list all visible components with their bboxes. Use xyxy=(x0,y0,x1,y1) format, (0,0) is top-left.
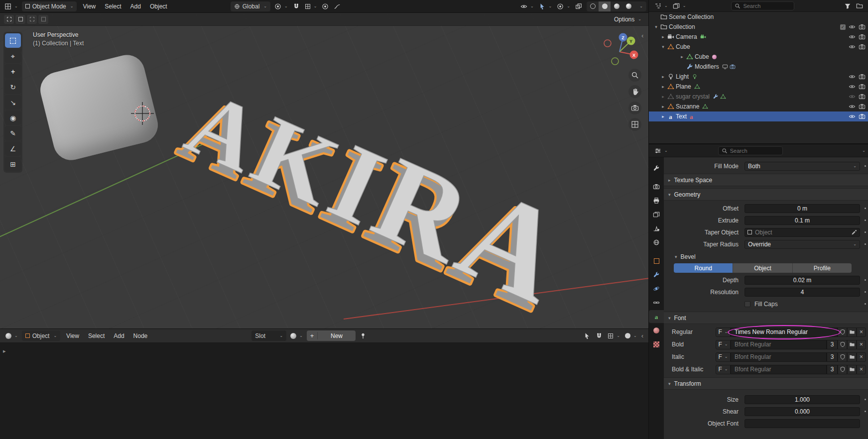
tab-material[interactable] xyxy=(649,324,664,337)
node-overlays-dropdown[interactable]: ⌄ xyxy=(622,330,639,341)
open-font-folder-button[interactable] xyxy=(847,352,857,362)
expander-right-icon[interactable]: ▸ xyxy=(660,84,666,89)
hide-eye-icon[interactable] xyxy=(849,103,856,110)
tab-object[interactable] xyxy=(649,254,664,267)
font-type-dropdown[interactable]: F⌄ xyxy=(716,365,731,374)
outliner-item-label[interactable]: Light xyxy=(676,73,689,80)
add-cube-tool-button[interactable]: ⊞ xyxy=(5,157,21,171)
snap-settings-dropdown[interactable]: ⌄ xyxy=(302,1,320,12)
fill-mode-dropdown[interactable]: Both ⌄ xyxy=(744,162,860,171)
orthographic-toggle-button[interactable] xyxy=(628,118,641,131)
tab-object-data-active[interactable]: a xyxy=(649,310,664,323)
show-gizmo-dropdown[interactable]: ⌄ xyxy=(536,1,555,12)
disable-render-icon[interactable] xyxy=(859,33,866,40)
hide-eye-icon[interactable] xyxy=(849,43,856,50)
object-visibility-dropdown[interactable]: ⌄ xyxy=(518,1,536,12)
taper-radius-dropdown[interactable]: Override ⌄ xyxy=(744,240,860,249)
fake-user-shield-button[interactable] xyxy=(838,365,847,374)
fake-user-shield-button[interactable] xyxy=(838,352,847,362)
node-snap-dropdown[interactable]: ⌄ xyxy=(605,330,622,341)
disable-render-icon[interactable] xyxy=(859,23,866,30)
outliner-item-label[interactable]: Plane xyxy=(676,83,691,90)
tab-output[interactable] xyxy=(649,194,664,207)
menu-view[interactable]: View xyxy=(78,0,100,13)
outliner-row-plane[interactable]: ▸ Plane xyxy=(649,82,868,92)
zoom-button[interactable] xyxy=(628,69,641,82)
expander-right-icon[interactable]: ▸ xyxy=(679,54,685,59)
tab-view-layer[interactable] xyxy=(649,208,664,221)
axis-neg-x-ball[interactable] xyxy=(604,40,611,47)
new-material-button[interactable]: + New xyxy=(307,330,356,341)
editor-type-3d-viewport-button[interactable]: ⌄ xyxy=(2,1,20,12)
unlink-font-button[interactable]: × xyxy=(857,365,866,374)
taper-object-field[interactable]: Object xyxy=(744,228,860,237)
outliner-row-scene-collection[interactable]: Scene Collection xyxy=(649,12,868,22)
decorator-dot[interactable] xyxy=(865,303,866,305)
shader-canvas[interactable]: ▸ xyxy=(0,343,648,439)
bevel-profile-button[interactable]: Profile xyxy=(793,263,852,273)
font-type-dropdown[interactable]: F⌄ xyxy=(716,340,731,349)
shading-material-button[interactable] xyxy=(611,1,622,11)
unlink-font-button[interactable]: × xyxy=(857,328,866,337)
options-dropdown[interactable]: Options ⌄ xyxy=(611,15,644,24)
modifier-viewport-toggle-icon[interactable] xyxy=(722,64,728,70)
proportional-falloff-dropdown[interactable] xyxy=(331,1,343,12)
extrude-field[interactable]: 0.1 m xyxy=(744,216,860,225)
outliner-item-label[interactable]: Camera xyxy=(676,33,697,40)
unlink-font-button[interactable]: × xyxy=(857,340,866,349)
editor-collapse-chevron-icon[interactable]: ‹ xyxy=(639,332,645,339)
decorator-dot[interactable] xyxy=(865,165,866,167)
proportional-editing-toggle[interactable] xyxy=(319,1,331,12)
outliner-row-cube[interactable]: ▾ Cube xyxy=(649,42,868,52)
decorator-dot[interactable] xyxy=(865,243,866,245)
outliner-item-label[interactable]: Suzanne xyxy=(676,103,699,110)
font-users-count[interactable]: 3 xyxy=(827,340,838,349)
cursor-tool-button[interactable]: ⌖ xyxy=(5,49,21,63)
depth-field[interactable]: 0.02 m xyxy=(744,276,860,285)
bevel-subsection-header[interactable]: ▾ Bevel xyxy=(664,251,868,262)
move-tool-button[interactable]: + xyxy=(5,64,21,79)
select-mode-invert-button[interactable] xyxy=(38,15,48,24)
outliner-filter-button[interactable] xyxy=(842,0,854,11)
tab-physics[interactable] xyxy=(649,282,664,295)
tab-constraints[interactable] xyxy=(649,296,664,309)
size-field[interactable]: 1.000 xyxy=(744,395,860,404)
disable-render-icon[interactable] xyxy=(859,113,866,120)
select-mode-set-button[interactable] xyxy=(4,15,14,24)
sidebar-collapse-chevron-icon[interactable]: ‹ xyxy=(641,32,643,39)
outliner-row-sugar-crystal[interactable]: ▸ sugar crystal xyxy=(649,92,868,102)
new-collection-button[interactable] xyxy=(854,0,866,11)
texture-space-section-header[interactable]: ▸ Texture Space xyxy=(664,174,868,186)
show-overlays-dropdown[interactable]: ⌄ xyxy=(554,1,573,12)
hide-eye-icon[interactable] xyxy=(849,113,856,120)
shading-options-dropdown[interactable]: ⌄ xyxy=(634,1,646,11)
shading-rendered-button[interactable] xyxy=(622,1,634,11)
menu-add[interactable]: Add xyxy=(126,0,145,13)
decorator-dot[interactable] xyxy=(865,399,866,400)
shader-menu-select[interactable]: Select xyxy=(84,329,109,342)
viewport-3d[interactable]: AKIRA AKIRA Options ⌄ User Perspective xyxy=(0,13,648,329)
open-font-folder-button[interactable] xyxy=(847,340,857,349)
measure-tool-button[interactable]: ∠ xyxy=(5,141,21,156)
transform-section-header[interactable]: ▾ Transform xyxy=(664,377,868,390)
expander-right-icon[interactable]: ▸ xyxy=(660,74,666,79)
outliner-row-light[interactable]: ▸ Light xyxy=(649,72,868,82)
snap-toggle-button[interactable] xyxy=(290,1,302,12)
disable-render-icon[interactable] xyxy=(859,83,866,90)
font-bold-name-field[interactable]: Bfont Regular xyxy=(731,340,827,349)
hide-eye-icon[interactable] xyxy=(849,83,856,90)
shading-solid-button[interactable] xyxy=(599,1,611,11)
annotate-tool-button[interactable]: ✎ xyxy=(5,126,21,140)
axis-neg-y-ball[interactable] xyxy=(612,58,619,65)
properties-search-input[interactable] xyxy=(730,148,778,154)
expander-right-icon[interactable]: ▸ xyxy=(660,104,666,109)
expander-down-icon[interactable]: ▾ xyxy=(660,44,666,49)
disable-render-icon[interactable] xyxy=(859,43,866,50)
camera-view-button[interactable] xyxy=(628,102,641,114)
expander-right-icon[interactable]: ▸ xyxy=(660,34,666,39)
outliner-item-label[interactable]: Cube xyxy=(676,43,690,50)
outliner-search-input[interactable] xyxy=(743,3,791,9)
outliner-search[interactable] xyxy=(731,1,794,10)
parent-node-tree-button[interactable] xyxy=(581,330,593,341)
font-bold-italic-name-field[interactable]: Bfont Regular xyxy=(731,365,827,374)
